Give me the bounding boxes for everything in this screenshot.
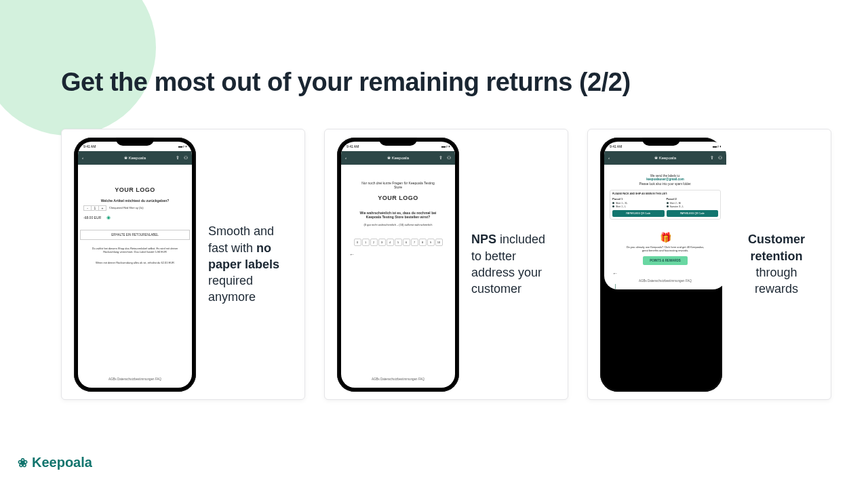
nav-back-icon[interactable]: ← (612, 270, 618, 277)
app-bar: ‹ ❀ Keepoala ⇪⚇ (604, 151, 726, 165)
spam-note: Please look also into your spam folder. (639, 182, 691, 186)
app-bar: ‹ ❀ Keepoala ⇪⚇ (78, 151, 192, 165)
screen-content-1: YOUR LOGO Welche Artikel möchtest du zur… (78, 165, 192, 388)
nps-option-3[interactable]: 3 (378, 239, 386, 246)
appbar-title: ❀ Keepoala (124, 155, 146, 160)
nps-scale-legend: (0 gar nicht wahrscheinlich – (10) äußer… (364, 223, 433, 226)
profile-icon[interactable]: ⚇ (184, 155, 188, 161)
qr-code-button[interactable]: PAPERLESS QR Code (667, 210, 719, 217)
nps-option-2[interactable]: 2 (370, 239, 378, 246)
parcels-box: PLEASE PACK AND SHIP AS SEEN IN THIS LIS… (610, 190, 721, 220)
qr-code-button[interactable]: PAPERLESS QR Code (612, 210, 665, 217)
get-label-button[interactable]: ERHALTE EIN RETOURENLABEL (80, 230, 190, 240)
screen-content-2: Nur noch drei kurze Fragen für Keepoala … (341, 165, 455, 388)
cards-row: 9:41 AM ●●● ᯤ ▮ ‹ ❀ Keepoala ⇪⚇ YOUR LOG… (61, 129, 831, 400)
app-bar: ‹ ❀ Keepoala ⇪⚇ (341, 151, 455, 165)
phone-screen-3: 9:41 AM ●●● ᯤ ▮ ‹ ❀ Keepoala ⇪⚇ We send … (604, 142, 726, 289)
status-signal: ●●● ᯤ ▮ (712, 144, 721, 148)
brand-logo: Keepoala (18, 455, 92, 470)
share-icon[interactable]: ⇪ (176, 155, 180, 161)
parcel-item: Shirt 1 - L (612, 205, 665, 208)
back-icon[interactable]: ‹ (608, 156, 612, 160)
refund-note: Wenn mit deiner Rücksendung alles ok ist… (96, 261, 174, 265)
nps-question: Wie wahrscheinlich ist es, dass du nochm… (354, 211, 442, 219)
nav-back-icon[interactable]: ← (349, 251, 355, 258)
user-email: keepoalauser@gmail.com (646, 178, 684, 181)
nps-option-5[interactable]: 5 (395, 239, 402, 246)
footer-links[interactable]: AGBs Datenschutzbestimmungen FAQ (372, 375, 425, 384)
profile-icon[interactable]: ⚇ (447, 155, 451, 161)
back-icon[interactable]: ‹ (82, 156, 86, 160)
nps-option-7[interactable]: 7 (411, 239, 418, 246)
line-item: -1+ Chequered Red Shirt xy (1x) (83, 205, 186, 211)
arrow-curve-icon (615, 284, 629, 289)
parcel-2-title: Parcel 2 (667, 197, 719, 201)
check-icon: ◉ (106, 215, 111, 220)
share-icon[interactable]: ⇪ (710, 155, 714, 161)
item-name: Chequered Red Shirt xy (1x) (109, 206, 144, 209)
back-icon[interactable]: ‹ (345, 156, 349, 160)
brand-name: Keepoala (32, 455, 92, 470)
phone-notch (116, 138, 154, 146)
phone-mockup-2: 9:41 AM ●●● ᯤ ▮ ‹ ❀ Keepoala ⇪⚇ Nur noch… (337, 138, 459, 392)
card-3-caption: Customer retention through rewards (734, 231, 818, 297)
phone-mockup-1: 9:41 AM ●●● ᯤ ▮ ‹ ❀ Keepoala ⇪⚇ YOUR LOG… (74, 138, 196, 392)
gift-icon: 🎁 (660, 232, 671, 243)
nps-option-8[interactable]: 8 (419, 239, 427, 246)
nps-option-1[interactable]: 1 (362, 239, 370, 246)
footer-links[interactable]: AGBs Datenschutzbestimmungen FAQ (639, 277, 692, 285)
price-value: -68.00 EUR (83, 216, 101, 220)
profile-icon[interactable]: ⚇ (718, 155, 722, 161)
quantity-stepper[interactable]: -1+ (83, 205, 106, 211)
merchant-logo: YOUR LOGO (115, 186, 155, 193)
footer-links[interactable]: AGBs Datenschutzbestimmungen FAQ (108, 375, 161, 384)
card-1-caption: Smooth and fast with no paper labels req… (208, 223, 292, 305)
parcel-1: Parcel 1 Shirt 1 - XL Shirt 1 - L PAPERL… (612, 197, 665, 217)
feature-card-3: 9:41 AM ●●● ᯤ ▮ ‹ ❀ Keepoala ⇪⚇ We send … (587, 129, 831, 400)
parcel-2: Parcel 2 Shirt 2 - M Sweater 3 - L PAPER… (667, 197, 719, 217)
phone-screen-1: 9:41 AM ●●● ᯤ ▮ ‹ ❀ Keepoala ⇪⚇ YOUR LOG… (78, 142, 192, 388)
nps-option-4[interactable]: 4 (387, 239, 394, 246)
phone-notch (642, 138, 680, 146)
nps-option-0[interactable]: 0 (354, 239, 361, 246)
parcels-header: PLEASE PACK AND SHIP AS SEEN IN THIS LIS… (612, 192, 718, 195)
nps-intro: Nur noch drei kurze Fragen für Keepoala … (357, 181, 439, 189)
koala-icon (18, 455, 28, 470)
appbar-title: ❀ Keepoala (387, 155, 409, 160)
parcel-item: Shirt 2 - M (667, 202, 719, 205)
feature-card-2: 9:41 AM ●●● ᯤ ▮ ‹ ❀ Keepoala ⇪⚇ Nur noch… (324, 129, 568, 400)
page-title: Get the most out of your remaining retur… (61, 68, 631, 97)
status-time: 9:41 AM (347, 144, 359, 148)
appbar-title: ❀ Keepoala (654, 155, 676, 160)
phone-mockup-3: 9:41 AM ●●● ᯤ ▮ ‹ ❀ Keepoala ⇪⚇ We send … (600, 138, 722, 392)
points-rewards-button[interactable]: POINTS & REWARDS (643, 256, 688, 265)
status-time: 9:41 AM (610, 144, 622, 148)
phone-notch (379, 138, 417, 146)
parcel-1-title: Parcel 1 (612, 197, 665, 201)
return-question: Welche Artikel möchtest du zurückgeben? (101, 199, 170, 203)
merchant-logo: YOUR LOGO (378, 195, 418, 201)
parcel-item: Shirt 1 - XL (612, 202, 665, 205)
screen-content-3: We send the labels to: keepoalauser@gmai… (604, 165, 726, 289)
feature-card-1: 9:41 AM ●●● ᯤ ▮ ‹ ❀ Keepoala ⇪⚇ YOUR LOG… (61, 129, 305, 400)
share-icon[interactable]: ⇪ (439, 155, 443, 161)
status-time: 9:41 AM (83, 144, 96, 148)
card-2-caption: NPS included to better address your cust… (471, 231, 555, 297)
nps-scale[interactable]: 012345678910 (354, 239, 443, 246)
rewards-promo: Do you already use Keepoala? Click here … (625, 245, 706, 252)
nps-option-6[interactable]: 6 (403, 239, 410, 246)
nps-option-10[interactable]: 10 (435, 239, 443, 246)
status-signal: ●●● ᯤ ▮ (441, 144, 450, 148)
price-row: -68.00 EUR ◉ (83, 215, 186, 220)
phone-screen-2: 9:41 AM ●●● ᯤ ▮ ‹ ❀ Keepoala ⇪⚇ Nur noch… (341, 142, 455, 388)
nps-option-9[interactable]: 9 (427, 239, 435, 246)
status-signal: ●●● ᯤ ▮ (178, 144, 186, 148)
parcel-item: Sweater 3 - L (667, 205, 719, 208)
label-cost-note: Du zahlst bei diesem Shop das Retourenla… (91, 247, 179, 254)
